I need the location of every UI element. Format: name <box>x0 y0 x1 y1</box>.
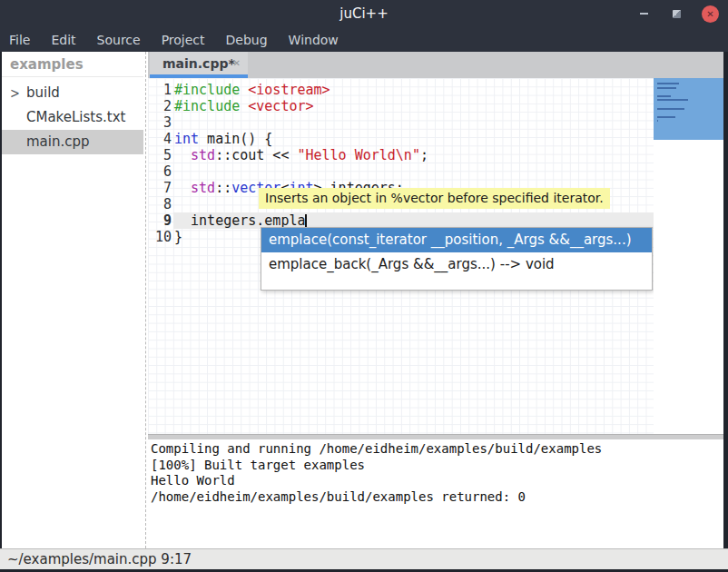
titlebar[interactable]: juCi++ ✕ <box>0 0 728 27</box>
tab-close-icon[interactable]: ✕ <box>233 58 241 68</box>
menu-window[interactable]: Window <box>289 33 351 47</box>
code-line-5: 5 std::cout << "Hello World\n"; <box>148 147 654 163</box>
tree-item-main-cpp[interactable]: main.cpp <box>2 130 143 154</box>
minimize-icon <box>640 13 648 15</box>
tab-label: main.cpp* <box>162 56 235 71</box>
code-text: #include <vector> <box>174 98 314 114</box>
status-bar: ~/examples/main.cpp 9:17 <box>0 548 728 569</box>
autocomplete-item[interactable]: emplace_back(_Args &&__args...) --> void <box>261 252 652 276</box>
line-number: 4 <box>148 131 172 147</box>
file-tree-panel: examples >buildCMakeLists.txtmain.cpp <box>2 52 143 548</box>
chevron-right-icon[interactable]: > <box>10 78 20 109</box>
line-number: 10 <box>148 229 172 245</box>
line-number: 1 <box>148 82 172 98</box>
window-border-right <box>723 52 728 572</box>
console-output-line: [100%] Built target examples <box>151 458 723 474</box>
tree-item-label: CMakeLists.txt <box>26 105 125 130</box>
restore-button[interactable] <box>669 6 684 21</box>
line-number: 5 <box>148 147 172 163</box>
autocomplete-item[interactable]: emplace(const_iterator __position, _Args… <box>261 228 652 252</box>
status-file-position: ~/examples/main.cpp 9:17 <box>7 551 192 567</box>
code-text: std::cout << "Hello World\n"; <box>174 147 428 163</box>
menu-file[interactable]: File <box>9 33 43 47</box>
window-title: juCi++ <box>0 5 728 22</box>
code-token: int <box>174 131 199 147</box>
menubar: FileEditSourceProjectDebugWindow <box>0 27 728 52</box>
console-output-line: Compiling and running /home/eidheim/exam… <box>151 441 723 458</box>
code-token <box>174 147 191 163</box>
code-line-1: 1#include <iostream> <box>148 82 654 98</box>
line-number: 3 <box>148 114 172 131</box>
code-token: std <box>191 180 215 196</box>
menu-source[interactable]: Source <box>97 33 153 47</box>
menu-project[interactable]: Project <box>162 33 218 47</box>
minimap[interactable] <box>654 78 723 434</box>
code-token: <vector> <box>248 98 313 114</box>
code-text: #include <iostream> <box>174 82 330 98</box>
line-number: 2 <box>148 98 172 114</box>
code-text: } <box>174 229 182 245</box>
build-output-console[interactable]: Compiling and running /home/eidheim/exam… <box>148 439 723 548</box>
window-controls: ✕ <box>636 0 719 27</box>
minimize-button[interactable] <box>636 6 651 21</box>
minimap-code-line <box>657 87 676 89</box>
project-name: examples <box>2 52 143 77</box>
code-token <box>240 82 248 98</box>
code-line-4: 4int main() { <box>148 131 654 147</box>
tree-item-label: main.cpp <box>26 130 90 154</box>
tree-item-build[interactable]: >build <box>2 81 143 105</box>
menu-debug[interactable]: Debug <box>226 33 280 47</box>
tab-main-cpp[interactable]: main.cpp* ✕ <box>150 52 248 78</box>
menu-edit[interactable]: Edit <box>51 33 88 47</box>
code-text: int main() { <box>174 131 272 147</box>
line-number: 8 <box>148 196 172 212</box>
code-token: "Hello World\n" <box>297 147 419 163</box>
code-editor[interactable]: 1#include <iostream>2#include <vector>34… <box>148 78 654 434</box>
tree-item-cmakelists-txt[interactable]: CMakeLists.txt <box>2 105 143 130</box>
code-token: :: <box>215 180 231 196</box>
code-token: <iostream> <box>248 82 330 98</box>
code-token <box>240 98 248 114</box>
code-line-3: 3 <box>148 114 654 131</box>
console-output-line: Hello World <box>151 473 723 489</box>
file-tree: >buildCMakeLists.txtmain.cpp <box>2 81 143 154</box>
code-token: ::cout << <box>215 147 297 163</box>
restore-icon <box>673 10 681 18</box>
code-line-2: 2#include <vector> <box>148 98 654 114</box>
minimap-code-line <box>657 83 679 84</box>
close-button[interactable]: ✕ <box>702 5 719 23</box>
line-number: 9 <box>148 212 172 229</box>
close-icon: ✕ <box>706 9 713 19</box>
minimap-code-line <box>657 116 675 118</box>
doc-tooltip: Inserts an object in %vector before spec… <box>259 188 610 209</box>
minimap-code-line <box>657 99 688 101</box>
tab-bar: main.cpp* ✕ <box>148 52 723 78</box>
code-token: #include <box>174 82 240 98</box>
tree-item-label: build <box>26 81 60 105</box>
code-token <box>174 180 191 196</box>
code-token: main() { <box>199 131 272 147</box>
autocomplete-popup: emplace(const_iterator __position, _Args… <box>261 227 653 291</box>
minimap-code-line <box>657 120 658 122</box>
text-cursor <box>305 214 307 228</box>
line-number: 7 <box>148 180 172 196</box>
line-number: 6 <box>148 163 172 180</box>
minimap-code-line <box>657 95 671 97</box>
minimap-viewport[interactable] <box>654 78 723 140</box>
code-token: #include <box>174 98 240 114</box>
code-token: std <box>191 147 215 163</box>
code-line-6: 6 <box>148 163 654 180</box>
juci-window: juCi++ ✕ FileEditSourceProjectDebugWindo… <box>0 0 728 572</box>
minimap-code-line <box>657 108 684 110</box>
console-output-line: /home/eidheim/examples/build/examples re… <box>151 489 723 506</box>
code-token: } <box>174 229 182 245</box>
code-token: ; <box>420 147 428 163</box>
